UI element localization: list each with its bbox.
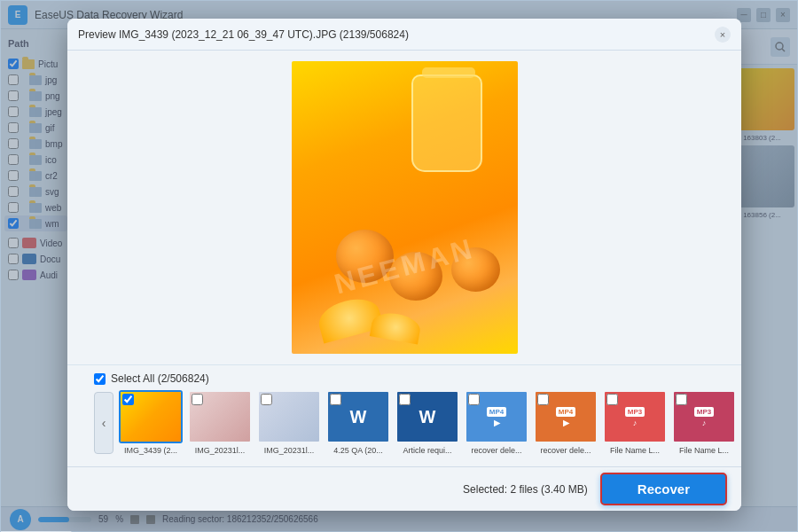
orange-slice-2 — [369, 309, 421, 344]
thumb-label-7: recover dele... — [540, 446, 591, 455]
list-item: MP4 ▶ recover dele... — [534, 390, 598, 455]
orange-3 — [451, 247, 500, 292]
thumb-img-9[interactable]: MP3 ♪ — [672, 390, 736, 443]
thumb-img-1[interactable] — [119, 390, 183, 443]
thumb-label-5: Article requi... — [403, 446, 451, 455]
select-all-row: Select All (2/506824) — [94, 372, 715, 385]
list-item: MP4 ▶ recover dele... — [465, 390, 528, 455]
thumb-checkbox-2[interactable] — [192, 394, 203, 405]
thumb-label-4: 4.25 QA (20... — [333, 446, 383, 455]
thumb-label-6: recover dele... — [471, 446, 521, 455]
mp3-badge-2: MP3 — [694, 407, 714, 417]
thumb-checkbox-7[interactable] — [537, 394, 549, 405]
thumb-img-7[interactable]: MP4 ▶ — [534, 390, 598, 443]
thumb-img-5[interactable]: W — [395, 390, 459, 443]
thumb-checkbox-9[interactable] — [676, 394, 687, 405]
thumb-label-9: File Name L... — [679, 446, 729, 455]
select-all-label: Select All (2/506824) — [111, 372, 209, 385]
thumb-label-2: IMG_20231l... — [195, 446, 246, 455]
app-window: E EaseUS Data Recovery Wizard ─ □ × Path… — [0, 0, 798, 532]
list-item: MP3 ♪ File Name L... — [603, 390, 667, 455]
selected-info: Selected: 2 files (3.40 MB) — [463, 483, 588, 496]
orange-1 — [336, 230, 394, 283]
preview-image: NEEMAN — [292, 61, 518, 354]
preview-area: NEEMAN — [67, 51, 741, 364]
preview-modal: Preview IMG_3439 (2023_12_21 06_39_47 UT… — [67, 19, 741, 511]
thumb-label-3: IMG_20231l... — [264, 446, 315, 455]
modal-title: Preview IMG_3439 (2023_12_21 06_39_47 UT… — [78, 28, 715, 41]
list-item: IMG_20231l... — [257, 390, 321, 455]
thumb-img-8[interactable]: MP3 ♪ — [603, 390, 667, 443]
thumb-checkbox-5[interactable] — [399, 394, 411, 405]
thumb-img-3[interactable] — [257, 390, 321, 443]
list-item: W 4.25 QA (20... — [326, 390, 390, 455]
thumb-checkbox-8[interactable] — [606, 394, 618, 405]
thumb-label-8: File Name L... — [610, 446, 660, 455]
orange-photo-bg: NEEMAN — [292, 61, 518, 354]
orange-2 — [389, 252, 442, 301]
thumb-checkbox-1[interactable] — [122, 394, 134, 405]
thumb-img-4[interactable]: W — [326, 390, 390, 443]
list-item: W Article requi... — [395, 390, 459, 455]
list-item: IMG_20231l... — [188, 390, 252, 455]
thumb-prev-btn[interactable]: ‹ — [94, 392, 113, 454]
mp4-badge-2: MP4 — [556, 407, 575, 417]
thumb-checkbox-6[interactable] — [468, 394, 480, 405]
jar-shape — [411, 74, 482, 172]
modal-close-button[interactable]: × — [715, 27, 731, 43]
mp4-badge: MP4 — [487, 407, 506, 417]
thumbnail-strip: Select All (2/506824) ‹ IMG_3439 (2... — [67, 364, 741, 466]
modal-titlebar: Preview IMG_3439 (2023_12_21 06_39_47 UT… — [67, 19, 741, 51]
mp3-badge: MP3 — [625, 407, 645, 417]
list-item: MP3 ♪ File Name L... — [672, 390, 736, 455]
thumb-label-1: IMG_3439 (2... — [124, 446, 177, 455]
list-item: IMG_3439 (2... — [119, 390, 183, 455]
modal-bottom-bar: Selected: 2 files (3.40 MB) Recover — [67, 466, 741, 511]
thumb-img-6[interactable]: MP4 ▶ — [465, 390, 528, 443]
select-all-checkbox[interactable] — [94, 373, 106, 385]
recover-button[interactable]: Recover — [600, 473, 727, 505]
thumb-img-2[interactable] — [188, 390, 252, 443]
thumb-checkbox-3[interactable] — [261, 394, 272, 405]
thumbnails-row: ‹ IMG_3439 (2... IMG_20231l... — [94, 390, 715, 455]
thumb-checkbox-4[interactable] — [330, 394, 341, 405]
